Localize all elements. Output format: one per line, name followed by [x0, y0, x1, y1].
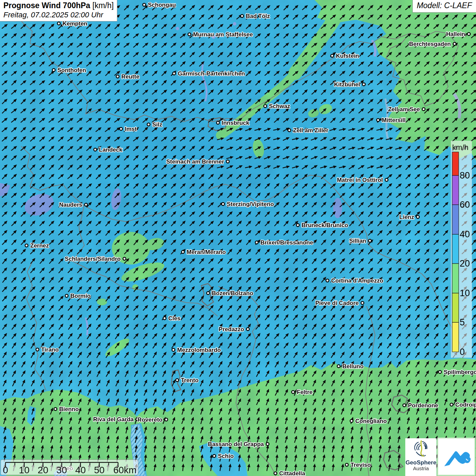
city-marker-matrei-in-osttirol: Matrei in Osttirol: [337, 177, 388, 183]
city-dot: [453, 42, 456, 45]
city-label: Cittadella: [279, 470, 305, 476]
geosphere-logo-box: GeoSphere Austria: [405, 438, 437, 476]
wind-speed-legend: km/h051020406080: [451, 141, 472, 358]
city-marker-mezzolombardo: Mezzolombardo: [172, 347, 221, 353]
city-label: Zernez: [30, 242, 49, 249]
city-label: Murnau am Staffelsee: [193, 31, 253, 38]
city-dot: [65, 294, 68, 297]
city-dot: [176, 379, 178, 381]
city-label: Schwaz: [269, 103, 290, 109]
city-dot: [345, 463, 348, 466]
city-dot: [362, 83, 365, 86]
city-marker-meran-merano: Meran/Merano: [182, 249, 226, 255]
city-dot: [385, 178, 388, 181]
city-dot: [116, 75, 119, 78]
forecast-title-unit: [km/h]: [92, 1, 114, 10]
city-label: Pieve di Cadore: [315, 300, 359, 306]
city-label: Reutte: [121, 73, 139, 80]
city-label: Conegliano: [355, 418, 387, 424]
legend-segment-40: [452, 205, 459, 234]
scale-bar-label: 20: [38, 465, 48, 475]
city-dot: [54, 408, 57, 410]
city-marker-conegliano: Conegliano: [350, 418, 387, 424]
geosphere-swirl-icon: [411, 438, 431, 459]
city-marker-zell-am-see: Zell am See: [388, 106, 425, 113]
legend-segment-0: [452, 322, 459, 352]
city-dot: [326, 279, 329, 282]
city-dot: [369, 239, 371, 242]
city-dot: [403, 404, 406, 407]
city-dot: [36, 348, 39, 351]
city-label: Codroipo: [455, 402, 476, 408]
legend-tick-label: 0: [460, 347, 465, 357]
org-name: GeoSphere: [406, 460, 437, 466]
city-dot: [331, 54, 334, 57]
city-dot: [207, 292, 209, 294]
legend-segment-60: [452, 175, 459, 205]
scale-bar-label: 10: [19, 465, 30, 475]
scale-bar-label: 50: [94, 465, 104, 475]
legend-tick-label: 5: [460, 317, 465, 327]
city-marker-berchtesgaden: Berchtesgaden: [409, 41, 456, 47]
city-marker-bruneck-brunico: Bruneck/Brunico: [296, 222, 348, 228]
forecast-valid-time: Freitag, 07.02.2025 02:00 Uhr: [3, 11, 114, 19]
model-label: Modell: C-LAEF: [417, 1, 472, 10]
scale-bar-label: 30: [56, 465, 67, 475]
city-dot: [226, 160, 229, 163]
city-dot: [213, 455, 216, 457]
city-label: Innsbruck: [222, 120, 250, 126]
city-label: Feltre: [297, 389, 312, 395]
city-label: Schlanders/Silandro: [65, 256, 121, 262]
city-dot: [25, 244, 28, 247]
swirl-accent: [421, 441, 424, 456]
city-label: Kufstein: [336, 53, 359, 59]
partner-logo-box: [437, 438, 475, 476]
forecast-title-box: Prognose Wind 700hPa [km/h] Freitag, 07.…: [0, 0, 117, 21]
city-marker-sterzing-vipiteno: Sterzing/Vipiteno: [222, 201, 274, 207]
scale-bar-label: 60km: [113, 465, 136, 475]
city-dot: [241, 15, 243, 17]
city-dot: [255, 241, 258, 244]
forecast-title: Prognose Wind 700hPa [km/h]: [3, 1, 114, 11]
city-dot: [222, 203, 224, 205]
city-label: Garmisch-Partenkirchen: [178, 70, 245, 77]
city-label: Zell am Ziller: [293, 127, 328, 134]
city-label: Riva del Garda: [93, 416, 134, 423]
city-marker-riva-del-garda: Riva del Garda: [93, 416, 139, 423]
city-dot: [182, 251, 184, 253]
city-label: Pordenone: [408, 402, 438, 409]
city-label: Bassano del Grappa: [208, 441, 264, 447]
city-label: Zell am See: [388, 106, 420, 113]
city-label: Sonthofen: [57, 67, 86, 73]
legend-unit-label: km/h: [452, 143, 469, 152]
org-country: Austria: [413, 466, 429, 472]
city-label: Lienz: [400, 214, 414, 220]
mountain-cloud-icon: [441, 442, 471, 472]
legend-segment-5: [452, 293, 459, 322]
city-dot: [422, 108, 425, 111]
city-label: Cles: [168, 315, 181, 322]
city-dot: [296, 224, 299, 226]
city-dot: [165, 418, 168, 421]
city-dot: [57, 22, 60, 25]
scale-bar-label: 0: [3, 465, 8, 475]
city-dot: [217, 121, 219, 124]
city-dot: [247, 328, 249, 330]
legend-tick-label: 40: [460, 229, 470, 239]
city-label: Predazzo: [219, 326, 244, 333]
map-scale-bar: 0102030405060km: [1, 460, 138, 475]
city-marker-steinach-am-brenner: Steinach am Brenner: [166, 158, 229, 165]
city-label: Steinach am Brenner: [166, 158, 224, 165]
city-dot: [439, 371, 441, 373]
legend-segment-80: [452, 152, 459, 175]
city-marker-garmisch-partenkirchen: Garmisch-Partenkirchen: [173, 70, 245, 77]
city-dot: [377, 119, 379, 121]
city-marker-schlanders-silandro: Schlanders/Silandro: [65, 256, 126, 262]
city-marker-pieve-di-cadore: Pieve di Cadore: [315, 300, 364, 306]
city-dot: [468, 33, 470, 35]
city-marker-schongau: Schongau: [143, 2, 176, 8]
city-label: Bruneck/Brunico: [302, 222, 348, 228]
city-dot: [292, 391, 294, 393]
city-dot: [417, 216, 419, 218]
city-marker-zell-am-ziller: Zell am Ziller: [288, 127, 329, 134]
